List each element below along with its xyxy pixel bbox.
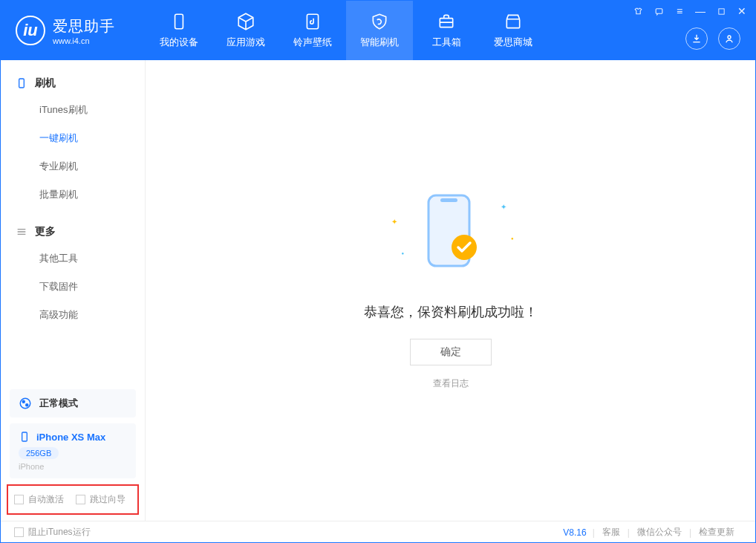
section-title: 刷机 — [35, 77, 56, 90]
mode-icon — [19, 397, 32, 410]
checkbox-icon — [14, 495, 24, 504]
tab-label: 智能刷机 — [360, 36, 399, 49]
user-icon — [723, 33, 735, 45]
sidebar-item-batch-flash[interactable]: 批量刷机 — [1, 181, 145, 209]
svg-point-4 — [728, 36, 731, 39]
nav-tabs: 我的设备 应用游戏 铃声壁纸 智能刷机 工具箱 爱思商城 — [146, 1, 547, 60]
tab-toolbox[interactable]: 工具箱 — [413, 1, 480, 60]
tab-my-device[interactable]: 我的设备 — [146, 1, 212, 60]
checkbox-auto-activate[interactable]: 自动激活 — [14, 493, 64, 506]
checkbox-skip-guide[interactable]: 跳过向导 — [76, 493, 126, 506]
view-log-link[interactable]: 查看日志 — [433, 377, 469, 390]
footer-link-cs[interactable]: 客服 — [595, 526, 628, 539]
tab-label: 爱思商城 — [494, 36, 532, 49]
checkbox-stop-itunes[interactable]: 阻止iTunes运行 — [14, 526, 91, 539]
success-illustration: ✦ ● ✦ ● — [406, 192, 495, 288]
user-button[interactable] — [718, 27, 740, 50]
svg-rect-1 — [307, 14, 318, 29]
tab-ringtones[interactable]: 铃声壁纸 — [279, 1, 346, 60]
tab-label: 铃声壁纸 — [293, 36, 332, 49]
skin-icon[interactable] — [632, 5, 644, 17]
device-type: iPhone — [19, 462, 127, 471]
success-message: 恭喜您，保资料刷机成功啦！ — [364, 303, 538, 321]
svg-rect-5 — [656, 8, 662, 13]
sidebar-item-pro-flash[interactable]: 专业刷机 — [1, 152, 145, 181]
header: iu 爱思助手 www.i4.cn 我的设备 应用游戏 铃声壁纸 智能刷机 工具… — [1, 1, 755, 60]
device-capacity: 256GB — [19, 447, 59, 459]
section-title: 更多 — [35, 225, 56, 238]
svg-rect-3 — [506, 19, 519, 28]
footer-link-update[interactable]: 检查更新 — [691, 526, 742, 539]
feedback-icon[interactable] — [653, 5, 665, 17]
sidebar-section-more: 更多 — [1, 219, 145, 244]
sidebar-item-download-firmware[interactable]: 下载固件 — [1, 273, 145, 301]
tab-label: 应用游戏 — [227, 36, 265, 49]
app-site: www.i4.cn — [53, 36, 115, 45]
svg-point-8 — [20, 398, 30, 409]
footer-link-wechat[interactable]: 微信公众号 — [630, 526, 689, 539]
footer: 阻止iTunes运行 V8.16 | 客服 | 微信公众号 | 检查更新 — [1, 521, 755, 543]
tab-apps-games[interactable]: 应用游戏 — [212, 1, 279, 60]
close-button[interactable]: ✕ — [736, 5, 748, 17]
tab-label: 我的设备 — [160, 36, 198, 49]
tab-label: 工具箱 — [432, 36, 461, 49]
phone-icon — [169, 12, 189, 31]
logo[interactable]: iu 爱思助手 www.i4.cn — [1, 16, 146, 45]
main-content: ✦ ● ✦ ● 恭喜您，保资料刷机成功啦！ 确定 查看日志 — [146, 60, 755, 521]
svg-rect-11 — [22, 432, 27, 441]
svg-point-9 — [22, 400, 25, 403]
window-controls: ≡ — ✕ — [632, 5, 748, 17]
svg-point-10 — [26, 404, 28, 406]
device-box[interactable]: iPhone XS Max 256GB iPhone — [10, 423, 136, 478]
sidebar-item-advanced[interactable]: 高级功能 — [1, 301, 145, 329]
ok-button[interactable]: 确定 — [410, 339, 492, 365]
store-icon — [504, 12, 523, 31]
mode-label: 正常模式 — [39, 397, 78, 410]
music-file-icon — [303, 12, 322, 31]
version-label: V8.16 — [563, 527, 592, 538]
maximize-button[interactable] — [715, 5, 727, 17]
download-icon — [691, 33, 703, 45]
checkbox-label: 跳过向导 — [90, 493, 126, 506]
mode-box[interactable]: 正常模式 — [10, 389, 136, 417]
sidebar: 刷机 iTunes刷机 一键刷机 专业刷机 批量刷机 更多 其他工具 下载固件 … — [1, 60, 146, 521]
refresh-shield-icon — [370, 12, 389, 31]
minimize-button[interactable]: — — [694, 5, 706, 17]
toolbox-icon — [437, 12, 456, 31]
tab-smart-flash[interactable]: 智能刷机 — [346, 1, 413, 60]
tab-store[interactable]: 爱思商城 — [480, 1, 547, 60]
device-icon — [16, 77, 27, 89]
app-name: 爱思助手 — [53, 16, 115, 36]
logo-icon: iu — [16, 16, 45, 45]
svg-rect-13 — [440, 198, 457, 202]
svg-rect-6 — [718, 8, 723, 13]
sidebar-item-other-tools[interactable]: 其他工具 — [1, 244, 145, 273]
svg-rect-0 — [175, 14, 183, 29]
sidebar-item-oneclick-flash[interactable]: 一键刷机 — [1, 124, 145, 152]
checkbox-label: 阻止iTunes运行 — [28, 526, 91, 539]
download-button[interactable] — [685, 27, 708, 50]
highlighted-options: 自动激活 跳过向导 — [7, 484, 139, 515]
header-actions — [685, 27, 740, 50]
svg-rect-7 — [19, 79, 25, 88]
checkbox-icon — [14, 527, 24, 537]
cube-icon — [236, 12, 255, 31]
device-name: iPhone XS Max — [36, 432, 105, 443]
sidebar-section-flash: 刷机 — [1, 71, 145, 96]
phone-small-icon — [19, 431, 30, 443]
menu-icon[interactable]: ≡ — [674, 5, 685, 17]
checkbox-icon — [76, 495, 85, 504]
sidebar-item-itunes-flash[interactable]: iTunes刷机 — [1, 96, 145, 124]
checkbox-label: 自动激活 — [28, 493, 64, 506]
list-icon — [16, 226, 27, 238]
